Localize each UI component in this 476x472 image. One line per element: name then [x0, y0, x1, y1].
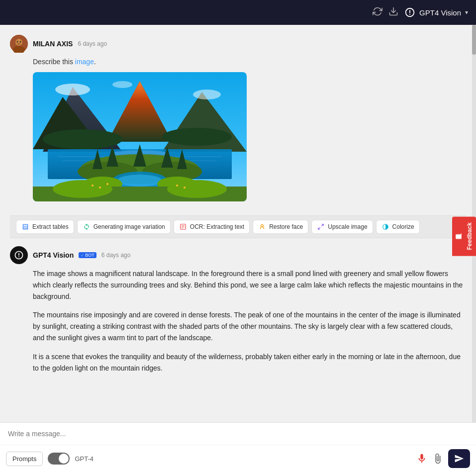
tool-btn-restore-face[interactable]: Restore face: [253, 220, 308, 234]
bot-avatar: [10, 246, 28, 264]
tool-btn-extract-tables[interactable]: Extract tables: [16, 220, 74, 234]
user-message: MILAN AXIS 6 days ago Describe this imag…: [10, 35, 466, 207]
svg-point-39: [193, 90, 221, 99]
bot-paragraph: The image shows a magnificent natural la…: [33, 268, 466, 302]
avatar: [10, 35, 28, 53]
tool-btn-colorize[interactable]: Colorize: [376, 220, 420, 234]
tools-bar: Extract tablesGenerating image variation…: [10, 215, 466, 238]
svg-point-32: [167, 180, 227, 198]
svg-point-2: [15, 39, 22, 46]
chat-scroll-wrapper: MILAN AXIS 6 days ago Describe this imag…: [0, 25, 476, 422]
bot-paragraph: The mountains rise imposingly and are co…: [33, 309, 466, 344]
brand-label[interactable]: GPT4 Vision ▾: [404, 7, 468, 18]
username: MILAN AXIS: [33, 40, 73, 48]
svg-point-13: [162, 128, 232, 146]
model-label: GPT-4: [75, 455, 94, 463]
svg-point-33: [92, 185, 94, 187]
timestamp: 6 days ago: [78, 40, 107, 47]
prompts-button[interactable]: Prompts: [6, 452, 43, 466]
landscape-image: [33, 72, 247, 201]
bot-username: GPT4 Vision: [33, 251, 74, 259]
bot-timestamp: 6 days ago: [101, 252, 131, 259]
tool-btn-ocr:-extracting-text[interactable]: OCR: Extracting text: [174, 220, 250, 234]
message-input[interactable]: [0, 423, 476, 445]
input-area: Prompts GPT-4: [0, 422, 476, 472]
svg-point-40: [112, 81, 132, 88]
bot-paragraph: It is a scene that evokes the tranquilit…: [33, 351, 466, 374]
gpt4-toggle[interactable]: [48, 453, 70, 465]
attach-button[interactable]: [432, 453, 443, 464]
bot-text: The image shows a magnificent natural la…: [33, 268, 466, 374]
scrollbar-thumb[interactable]: [472, 25, 476, 55]
chevron-down-icon: ▾: [465, 9, 468, 16]
tool-icon: [258, 223, 266, 231]
svg-point-12: [43, 129, 122, 149]
svg-point-5: [20, 41, 21, 43]
svg-point-38: [55, 84, 90, 95]
tool-icon: [317, 223, 325, 231]
tool-btn-generating-image-variation[interactable]: Generating image variation: [77, 220, 171, 234]
bot-message-header: GPT4 Vision ✓ BOT 6 days ago: [10, 246, 466, 264]
svg-point-37: [184, 187, 186, 189]
chat-area: MILAN AXIS 6 days ago Describe this imag…: [0, 25, 476, 422]
top-bar: GPT4 Vision ▾: [0, 0, 476, 25]
tool-icon: [381, 223, 389, 231]
bot-message: GPT4 Vision ✓ BOT 6 days ago The image s…: [10, 246, 466, 374]
feedback-tab[interactable]: Feedback: [452, 216, 476, 256]
message-header: MILAN AXIS 6 days ago: [10, 35, 466, 53]
refresh-icon[interactable]: [373, 6, 382, 19]
svg-point-35: [106, 183, 108, 185]
tool-icon: [83, 223, 91, 231]
svg-point-27: [117, 175, 162, 187]
tool-btn-upscale-image[interactable]: Upscale image: [311, 220, 373, 234]
bot-badge: ✓ BOT: [79, 252, 96, 258]
svg-point-45: [261, 224, 264, 227]
tool-icon: [179, 223, 187, 231]
svg-point-34: [99, 187, 101, 189]
message-text: Describe this image.: [33, 57, 466, 67]
tool-icon: [21, 223, 29, 231]
send-button[interactable]: [448, 449, 470, 468]
input-toolbar: Prompts GPT-4: [0, 445, 476, 472]
mic-button[interactable]: [416, 453, 427, 464]
download-icon[interactable]: [388, 6, 398, 19]
image-container: [33, 72, 466, 201]
svg-point-31: [53, 180, 112, 198]
svg-point-36: [176, 185, 178, 187]
svg-point-4: [17, 41, 18, 43]
